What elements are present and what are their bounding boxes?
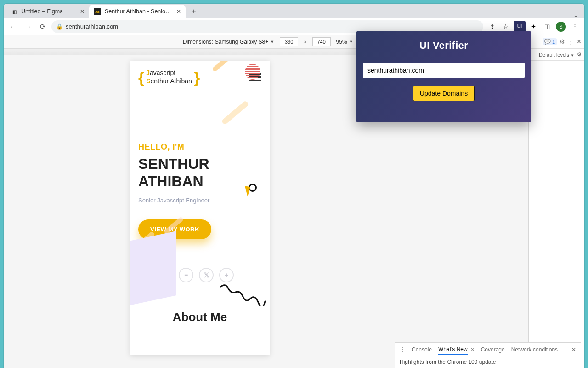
tab-site[interactable]: JS Senthur Athiban - Senior Javas ✕	[89, 5, 186, 18]
dimensions-label: Dimensions: Samsung Galaxy S8+ ▼	[183, 39, 274, 45]
brace-icon: {	[138, 69, 144, 85]
kebab-menu-icon[interactable]: ⋮	[569, 21, 581, 33]
drawer-kebab-icon[interactable]: ⋮	[400, 346, 405, 353]
logo-line-2: Senthur Athiban	[146, 77, 192, 86]
tab-title: Untitled – Figma	[21, 8, 76, 15]
medium-icon[interactable]: M	[158, 268, 173, 282]
share-icon[interactable]: ⇪	[486, 21, 498, 33]
squiggle-decoration	[220, 283, 266, 306]
close-icon[interactable]: ✕	[470, 347, 475, 353]
zoom-select[interactable]: 95%▼	[336, 39, 353, 45]
brace-icon: }	[194, 69, 200, 85]
devtools-drawer: ⋮ Console What's New ✕ Coverage Network …	[395, 342, 581, 368]
log-levels-select[interactable]: Default levels ▼	[539, 52, 574, 58]
tab-strip: ◧ Untitled – Figma ✕ JS Senthur Athiban …	[4, 4, 584, 18]
drawer-tab-network[interactable]: Network conditions	[511, 345, 558, 354]
drawer-tab-console[interactable]: Console	[412, 345, 432, 354]
emulated-device-frame: { Javascript Senthur Athiban }	[130, 61, 270, 355]
decoration	[221, 100, 249, 125]
tabs-overflow-button[interactable]: ⌄	[573, 12, 578, 18]
profile-avatar[interactable]: S	[555, 21, 567, 33]
close-icon[interactable]: ✕	[80, 8, 85, 15]
devtools-panel: 💬 1 ⚙ ⋮ ✕ Default levels ▼ ⚙	[528, 35, 584, 368]
side-panel-icon[interactable]: ◫	[541, 21, 553, 33]
update-domains-button[interactable]: Update Domains	[413, 86, 475, 101]
hero-name: SENTHUR ATHIBAN	[138, 155, 261, 190]
drawer-tab-whatsnew[interactable]: What's New	[438, 345, 468, 355]
logo-line-1: Javascript	[146, 69, 192, 77]
new-tab-button[interactable]: +	[188, 6, 199, 17]
site-header: { Javascript Senthur Athiban }	[130, 61, 270, 92]
url-text: senthurathiban.com	[66, 23, 118, 30]
close-icon[interactable]: ✕	[577, 38, 582, 45]
hero-eyebrow: HELLO, I'M	[138, 142, 261, 152]
gear-icon[interactable]: ⚙	[560, 38, 565, 45]
bookmark-icon[interactable]: ☆	[500, 21, 512, 33]
tab-title: Senthur Athiban - Senior Javas	[105, 8, 173, 15]
more-icon[interactable]: +	[219, 268, 234, 282]
drawer-tab-coverage[interactable]: Coverage	[481, 345, 505, 354]
console-messages-badge[interactable]: 💬 1	[543, 38, 557, 45]
close-icon[interactable]: ✕	[176, 8, 181, 15]
extension-popup: UI Verifier Update Domains	[356, 31, 531, 122]
hero-section: HELLO, I'M SENTHUR ATHIBAN Senior Javasc…	[130, 92, 270, 334]
ui-verifier-extension-icon[interactable]: UI	[514, 21, 526, 33]
width-input[interactable]: 360	[280, 37, 298, 46]
kebab-menu-icon[interactable]: ⋮	[568, 38, 574, 45]
domain-input[interactable]	[363, 63, 525, 78]
view-work-button[interactable]: VIEW MY WORK	[138, 219, 211, 239]
drawer-close-icon[interactable]: ✕	[571, 346, 576, 353]
social-links: in M ≡ 𝕏 +	[138, 268, 261, 282]
device-select[interactable]: Samsung Galaxy S8+	[215, 39, 268, 45]
tab-figma[interactable]: ◧ Untitled – Figma ✕	[6, 5, 89, 18]
back-button[interactable]: ←	[7, 21, 19, 33]
forward-button[interactable]: →	[22, 21, 34, 33]
chevron-down-icon: ▼	[270, 40, 274, 44]
times-icon: ×	[304, 39, 306, 45]
popup-title: UI Verifier	[419, 40, 468, 52]
twitter-icon[interactable]: 𝕏	[199, 268, 214, 282]
toolbar-actions: ⇪ ☆ UI ✦ ◫ S ⋮	[486, 21, 581, 33]
height-input[interactable]: 740	[312, 37, 331, 46]
linkedin-icon[interactable]: in	[138, 268, 153, 282]
lock-icon: 🔒	[56, 23, 63, 30]
about-heading: About Me	[138, 310, 261, 324]
gear-icon[interactable]: ⚙	[577, 52, 582, 58]
extensions-icon[interactable]: ✦	[527, 21, 539, 33]
hamburger-menu-button[interactable]	[249, 73, 261, 81]
figma-favicon: ◧	[11, 8, 17, 15]
stackoverflow-icon[interactable]: ≡	[179, 268, 193, 282]
hero-role: Senior Javascript Engineer	[138, 197, 261, 204]
drawer-body: Highlights from the Chrome 109 update	[395, 357, 581, 367]
site-logo[interactable]: { Javascript Senthur Athiban }	[138, 69, 200, 85]
reload-button[interactable]: ⟳	[37, 21, 49, 33]
site-favicon: JS	[94, 8, 101, 15]
